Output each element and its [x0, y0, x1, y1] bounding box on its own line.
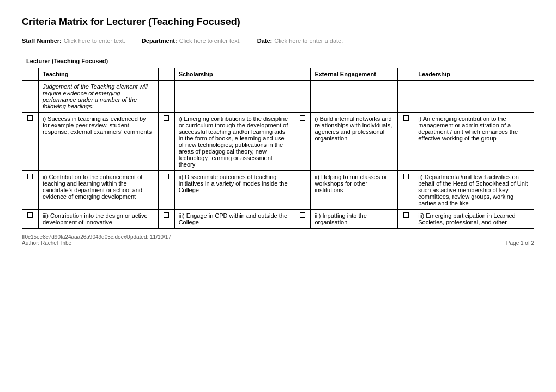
italic-note-cell: Judgement of the Teaching element will r… [38, 81, 158, 113]
checkbox-external-2[interactable] [294, 210, 311, 229]
updated: Updated: 11/10/17 [126, 234, 171, 240]
file-info: ff0c15ee8c7d90fa24aaa26a9049d05c.docx [22, 234, 126, 240]
author: Author: Rachel Tribe [22, 240, 71, 246]
cell-teaching-0: i) Success in teaching as evidenced by f… [38, 113, 158, 171]
col-header-scholarship: Scholarship [174, 68, 294, 81]
col-header-external: External Engagement [311, 68, 398, 81]
section-title-row: Lecturer (Teaching Focused) [22, 54, 534, 68]
page-title: Criteria Matrix for Lecturer (Teaching F… [22, 16, 534, 28]
cell-scholarship-0: i) Emerging contributions to the discipl… [174, 113, 294, 171]
checkbox-teaching-2[interactable] [22, 210, 39, 229]
col-header-check4 [398, 68, 414, 81]
cell-external-1: ii) Helping to run classes or workshops … [311, 171, 398, 210]
date-value[interactable]: Click here to enter a date. [274, 38, 343, 44]
footer: ff0c15ee8c7d90fa24aaa26a9049d05c.docxUpd… [22, 234, 534, 246]
cell-leadership-0: i) An emerging contribution to the manag… [414, 113, 534, 171]
table-row: ii) Contribution to the enhancement of t… [22, 171, 534, 210]
checkbox-scholarship-0[interactable] [158, 113, 174, 171]
cell-external-2: iii) Inputting into the organisation [311, 210, 398, 229]
cell-external-0: i) Build internal networks and relations… [311, 113, 398, 171]
checkbox-leadership-1[interactable] [398, 171, 414, 210]
col-header-check1 [22, 68, 39, 81]
cell-scholarship-2: iii) Engage in CPD within and outside th… [174, 210, 294, 229]
col-header-check2 [158, 68, 174, 81]
cell-scholarship-1: ii) Disseminate outcomes of teaching ini… [174, 171, 294, 210]
page-number: Page 1 of 2 [506, 240, 534, 246]
checkbox-scholarship-1[interactable] [158, 171, 174, 210]
department-label: Department: [142, 38, 177, 44]
checkbox-scholarship-2[interactable] [158, 210, 174, 229]
section-title: Lecturer (Teaching Focused) [22, 54, 534, 68]
col-header-check3 [294, 68, 311, 81]
department-value[interactable]: Click here to enter text. [179, 38, 241, 44]
cell-leadership-2: iii) Emerging participation in Learned S… [414, 210, 534, 229]
table-row: i) Success in teaching as evidenced by f… [22, 113, 534, 171]
note-check-cell [22, 81, 39, 113]
checkbox-teaching-1[interactable] [22, 171, 39, 210]
checkbox-leadership-2[interactable] [398, 210, 414, 229]
checkbox-external-0[interactable] [294, 113, 311, 171]
table-row: iii) Contribution into the design or act… [22, 210, 534, 229]
criteria-table: Lecturer (Teaching Focused) Teaching Sch… [22, 54, 534, 229]
column-header-row: Teaching Scholarship External Engagement… [22, 68, 534, 81]
col-header-teaching: Teaching [38, 68, 158, 81]
staff-number-label: Staff Number: [22, 38, 62, 44]
staff-number-value[interactable]: Click here to enter text. [64, 38, 125, 44]
checkbox-external-1[interactable] [294, 171, 311, 210]
italic-note-row: Judgement of the Teaching element will r… [22, 81, 534, 113]
cell-teaching-1: ii) Contribution to the enhancement of t… [38, 171, 158, 210]
checkbox-leadership-0[interactable] [398, 113, 414, 171]
meta-row: Staff Number: Click here to enter text. … [22, 38, 534, 44]
cell-teaching-2: iii) Contribution into the design or act… [38, 210, 158, 229]
checkbox-teaching-0[interactable] [22, 113, 39, 171]
cell-leadership-1: ii) Departmental/unit level activities o… [414, 171, 534, 210]
col-header-leadership: Leadership [414, 68, 534, 81]
date-label: Date: [257, 38, 273, 44]
footer-left: ff0c15ee8c7d90fa24aaa26a9049d05c.docxUpd… [22, 234, 171, 246]
